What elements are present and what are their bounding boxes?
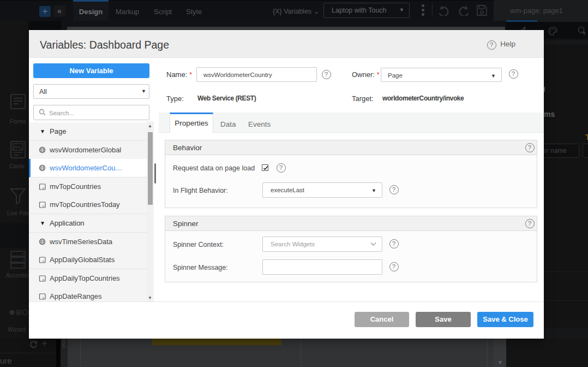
svg-text:x: x — [43, 186, 45, 190]
svg-text:x: x — [43, 204, 45, 208]
svg-text:x: x — [43, 259, 45, 263]
svg-text:x: x — [43, 277, 45, 281]
svg-text:x: x — [43, 295, 45, 299]
